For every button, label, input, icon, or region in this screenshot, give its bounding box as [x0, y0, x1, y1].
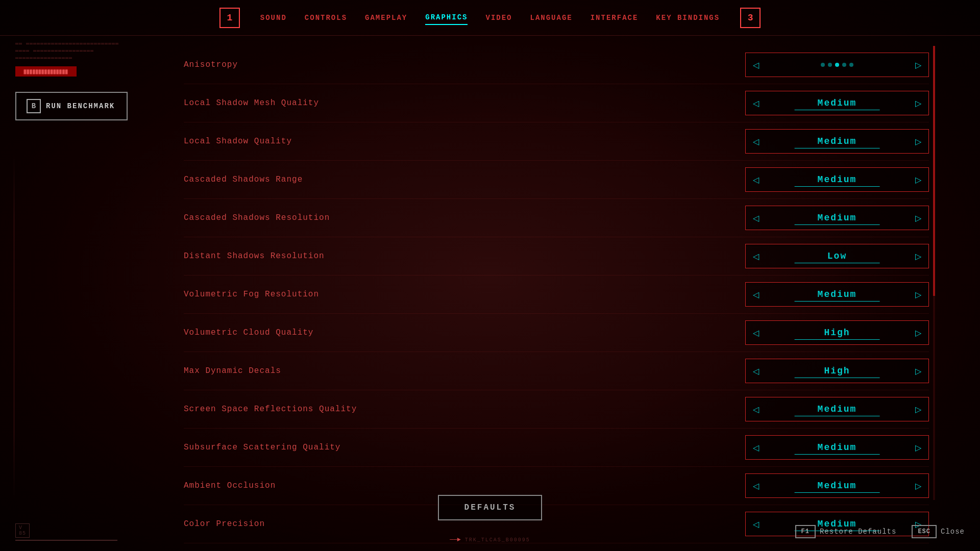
setting-value-local-shadow-mesh: Medium	[766, 93, 908, 113]
scrollbar[interactable]	[933, 46, 935, 500]
setting-name-local-shadow-quality: Local Shadow Quality	[184, 137, 292, 146]
build-id: ——► TRK_TLCAS_B00095	[450, 536, 530, 543]
tab-interface[interactable]: INTERFACE	[591, 11, 639, 24]
esc-key: ESC	[912, 525, 937, 538]
tab-graphics[interactable]: GRAPHICS	[425, 11, 468, 25]
setting-control-anisotropy	[745, 53, 929, 77]
cascaded-shadows-range-left-btn[interactable]	[746, 168, 766, 191]
setting-value-max-dynamic-decals: High	[766, 361, 908, 381]
setting-value-ambient-occlusion: Medium	[766, 475, 908, 496]
volumetric-fog-right-btn[interactable]	[908, 283, 928, 306]
red-bar-text: ▓▓▓▓▓▓▓▓▓▓▓▓▓▓▓	[23, 69, 68, 74]
setting-name-ambient-occlusion: Ambient Occlusion	[184, 481, 276, 490]
restore-defaults-control: F1 Restore Defaults	[795, 525, 897, 538]
subsurface-scattering-left-btn[interactable]	[746, 436, 766, 459]
build-arrow-icon: ——►	[450, 536, 461, 543]
ssr-quality-right-btn[interactable]	[908, 397, 928, 421]
version-bar	[15, 540, 117, 541]
setting-row-local-shadow-mesh: Local Shadow Mesh Quality Medium	[184, 84, 929, 122]
bottom-area: DEFAULTS	[0, 495, 980, 520]
tab-gameplay[interactable]: GAMEPLAY	[365, 11, 407, 24]
setting-row-distant-shadows-resolution: Distant Shadows Resolution Low	[184, 237, 929, 276]
local-shadow-mesh-right-btn[interactable]	[908, 91, 928, 115]
local-shadow-mesh-left-btn[interactable]	[746, 91, 766, 115]
setting-name-color-precision: Color Precision	[184, 519, 265, 529]
cascaded-shadows-resolution-right-btn[interactable]	[908, 206, 928, 230]
setting-row-max-dynamic-decals: Max Dynamic Decals High	[184, 352, 929, 390]
settings-list: Anisotropy Local Shadow Mesh Quality Med…	[184, 46, 929, 543]
tab-keybindings[interactable]: KEY BINDINGS	[656, 11, 720, 24]
setting-value-cascaded-shadows-resolution: Medium	[766, 208, 908, 228]
anisotropy-left-btn[interactable]	[746, 53, 766, 77]
setting-name-volumetric-cloud: Volumetric Cloud Quality	[184, 328, 313, 337]
anisotropy-right-btn[interactable]	[908, 53, 928, 77]
local-shadow-quality-left-btn[interactable]	[746, 130, 766, 153]
distant-shadows-resolution-left-btn[interactable]	[746, 244, 766, 268]
setting-row-volumetric-fog: Volumetric Fog Resolution Medium	[184, 276, 929, 314]
setting-control-cascaded-shadows-range: Medium	[745, 167, 929, 192]
build-text: TRK_TLCAS_B00095	[465, 537, 530, 543]
dot-3	[835, 63, 839, 67]
setting-control-cascaded-shadows-resolution: Medium	[745, 206, 929, 230]
nav-tabs: SOUND CONTROLS GAMEPLAY GRAPHICS VIDEO L…	[260, 11, 720, 25]
tab-video[interactable]: VIDEO	[485, 11, 512, 24]
bottom-left-version: V 85	[15, 523, 117, 541]
setting-control-local-shadow-quality: Medium	[745, 129, 929, 154]
run-benchmark-button[interactable]: B RUN BENCHMARK	[15, 92, 128, 120]
scrollbar-thumb[interactable]	[933, 46, 935, 296]
setting-name-subsurface-scattering: Subsurface Scattering Quality	[184, 443, 340, 452]
volumetric-cloud-left-btn[interactable]	[746, 321, 766, 344]
v-box: V 85	[15, 523, 30, 538]
logo-text: ══ ══════════════════════════ ════ ═════…	[15, 41, 158, 62]
close-label: Close	[941, 528, 965, 536]
logo-area: ══ ══════════════════════════ ════ ═════…	[15, 41, 158, 77]
setting-value-local-shadow-quality: Medium	[766, 131, 908, 152]
top-navigation: 1 SOUND CONTROLS GAMEPLAY GRAPHICS VIDEO…	[0, 0, 980, 36]
v-letter: V	[19, 525, 22, 531]
setting-name-anisotropy: Anisotropy	[184, 60, 238, 69]
dot-5	[849, 63, 853, 67]
setting-control-max-dynamic-decals: High	[745, 359, 929, 383]
volumetric-cloud-right-btn[interactable]	[908, 321, 928, 344]
setting-name-distant-shadows-resolution: Distant Shadows Resolution	[184, 252, 325, 261]
tab-controls[interactable]: CONTROLS	[305, 11, 347, 24]
ambient-occlusion-left-btn[interactable]	[746, 474, 766, 497]
cascaded-shadows-range-right-btn[interactable]	[908, 168, 928, 191]
left-deco-line	[14, 153, 14, 500]
setting-row-volumetric-cloud: Volumetric Cloud Quality High	[184, 314, 929, 352]
setting-control-ambient-occlusion: Medium	[745, 473, 929, 498]
benchmark-label: RUN BENCHMARK	[46, 102, 115, 110]
restore-defaults-label: Restore Defaults	[820, 528, 896, 536]
settings-area: Anisotropy Local Shadow Mesh Quality Med…	[184, 46, 929, 500]
volumetric-fog-left-btn[interactable]	[746, 283, 766, 306]
subsurface-scattering-right-btn[interactable]	[908, 436, 928, 459]
left-panel: ══ ══════════════════════════ ════ ═════…	[15, 41, 158, 120]
distant-shadows-resolution-right-btn[interactable]	[908, 244, 928, 268]
setting-row-cascaded-shadows-range: Cascaded Shadows Range Medium	[184, 161, 929, 199]
max-dynamic-decals-right-btn[interactable]	[908, 359, 928, 383]
f1-key: F1	[795, 525, 816, 538]
setting-value-volumetric-cloud: High	[766, 322, 908, 343]
left-decoration	[13, 153, 19, 500]
setting-row-cascaded-shadows-resolution: Cascaded Shadows Resolution Medium	[184, 199, 929, 237]
setting-value-subsurface-scattering: Medium	[766, 437, 908, 458]
max-dynamic-decals-left-btn[interactable]	[746, 359, 766, 383]
version-text: V 85	[15, 523, 117, 538]
ssr-quality-left-btn[interactable]	[746, 397, 766, 421]
tab-language[interactable]: LANGUAGE	[530, 11, 573, 24]
local-shadow-quality-right-btn[interactable]	[908, 130, 928, 153]
setting-name-ssr-quality: Screen Space Reflections Quality	[184, 405, 357, 414]
dot-1	[821, 63, 825, 67]
setting-value-volumetric-fog: Medium	[766, 284, 908, 305]
anisotropy-dots	[766, 57, 908, 73]
tab-sound[interactable]: SOUND	[260, 11, 287, 24]
cascaded-shadows-resolution-left-btn[interactable]	[746, 206, 766, 230]
v-number: 85	[19, 531, 26, 536]
ambient-occlusion-right-btn[interactable]	[908, 474, 928, 497]
close-control: ESC Close	[912, 525, 965, 538]
defaults-button[interactable]: DEFAULTS	[438, 495, 543, 520]
setting-control-distant-shadows-resolution: Low	[745, 244, 929, 268]
setting-row-local-shadow-quality: Local Shadow Quality Medium	[184, 122, 929, 161]
dot-2	[828, 63, 832, 67]
setting-control-ssr-quality: Medium	[745, 397, 929, 421]
